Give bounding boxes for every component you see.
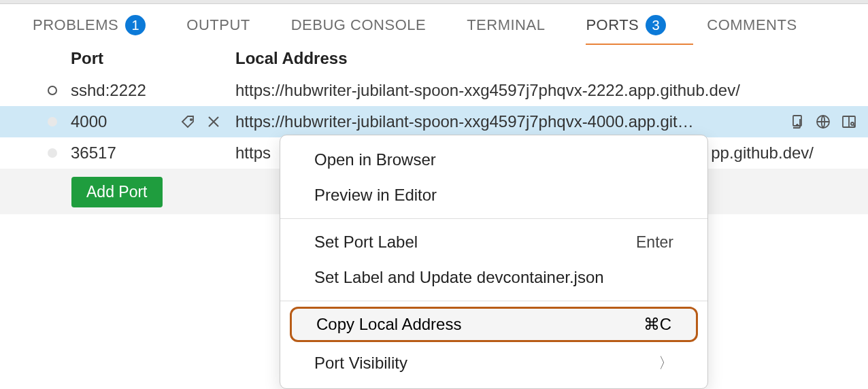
menu-divider xyxy=(280,218,707,219)
tab-label: PORTS xyxy=(586,16,639,34)
menu-label: Open in Browser xyxy=(314,150,436,169)
tab-label: OUTPUT xyxy=(186,16,250,34)
table-header: Port Local Address xyxy=(0,44,868,75)
status-icon xyxy=(34,148,71,158)
table-row[interactable]: sshd:2222 https://hubwriter-jubilant-spo… xyxy=(0,75,868,106)
tab-label: PROBLEMS xyxy=(33,16,118,34)
port-value: sshd:2222 xyxy=(71,81,169,100)
status-icon xyxy=(34,86,71,95)
panel-tabs: PROBLEMS 1 OUTPUT DEBUG CONSOLE TERMINAL… xyxy=(0,4,868,44)
menu-shortcut: ⌘C xyxy=(644,315,671,334)
globe-icon[interactable] xyxy=(815,114,831,130)
menu-set-label-update-devcontainer[interactable]: Set Label and Update devcontainer.json xyxy=(280,260,707,295)
tab-ports[interactable]: PORTS 3 xyxy=(586,15,666,35)
tab-label: DEBUG CONSOLE xyxy=(291,16,426,34)
circle-filled-icon xyxy=(48,117,57,126)
menu-label: Set Port Label xyxy=(314,233,418,252)
circle-filled-icon xyxy=(48,148,57,158)
menu-label: Port Visibility xyxy=(314,354,407,373)
menu-label: Copy Local Address xyxy=(316,315,461,334)
menu-preview-in-editor[interactable]: Preview in Editor xyxy=(280,177,707,213)
menu-open-in-browser[interactable]: Open in Browser xyxy=(280,142,707,177)
port-value: 36517 xyxy=(71,143,169,163)
menu-port-visibility[interactable]: Port Visibility 〉 xyxy=(280,345,707,382)
menu-set-port-label[interactable]: Set Port Label Enter xyxy=(280,224,707,260)
svg-point-4 xyxy=(851,122,854,125)
header-port: Port xyxy=(71,49,235,68)
close-icon[interactable] xyxy=(207,115,220,129)
tab-label: COMMENTS xyxy=(707,16,797,34)
tab-debug-console[interactable]: DEBUG CONSOLE xyxy=(291,16,426,34)
context-menu: Open in Browser Preview in Editor Set Po… xyxy=(280,135,708,389)
table-row[interactable]: 4000 https://hubwriter-jubilant-spoon-xx… xyxy=(0,106,868,137)
split-preview-icon[interactable] xyxy=(841,114,857,130)
menu-shortcut: Enter xyxy=(636,233,673,252)
chevron-right-icon: 〉 xyxy=(658,353,673,373)
port-actions xyxy=(169,114,235,130)
tag-icon[interactable] xyxy=(181,114,197,130)
menu-label: Preview in Editor xyxy=(314,186,437,205)
menu-copy-local-address[interactable]: Copy Local Address ⌘C xyxy=(290,307,698,342)
add-port-button[interactable]: Add Port xyxy=(71,177,163,207)
svg-point-0 xyxy=(190,119,192,120)
port-value: 4000 xyxy=(71,112,169,131)
header-address: Local Address xyxy=(235,49,348,68)
circle-outline-icon xyxy=(48,86,57,95)
tab-problems[interactable]: PROBLEMS 1 xyxy=(33,15,146,35)
menu-divider xyxy=(280,301,707,301)
ports-badge: 3 xyxy=(646,15,666,35)
address-suffix: pp.github.dev/ xyxy=(711,143,868,163)
copy-icon[interactable] xyxy=(789,114,805,130)
tab-terminal[interactable]: TERMINAL xyxy=(467,16,545,34)
tab-label: TERMINAL xyxy=(467,16,545,34)
problems-badge: 1 xyxy=(125,15,146,35)
address-value: https://hubwriter-jubilant-spoon-xxg4597… xyxy=(235,81,868,100)
status-icon xyxy=(34,117,71,126)
tab-output[interactable]: OUTPUT xyxy=(186,16,250,34)
address-prefix: https xyxy=(235,143,271,163)
menu-label: Set Label and Update devcontainer.json xyxy=(314,268,604,287)
tab-comments[interactable]: COMMENTS xyxy=(707,16,797,34)
address-value: https://hubwriter-jubilant-spoon-xxg4597… xyxy=(235,112,789,131)
row-actions xyxy=(789,114,868,130)
